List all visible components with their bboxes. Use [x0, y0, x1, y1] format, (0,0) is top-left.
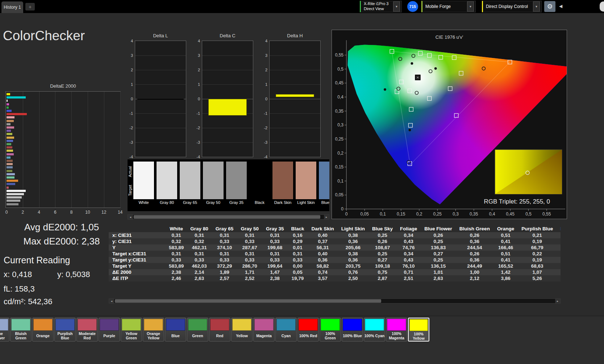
deltae-bar	[7, 137, 14, 139]
table-cell: 0,37	[308, 238, 338, 244]
patch-color-swatch	[78, 319, 97, 331]
scroll-right-icon[interactable]: ►	[555, 299, 560, 303]
y-axis-tick-label: 3	[198, 53, 200, 58]
swatch-label: White	[133, 200, 154, 205]
patch-button-100-magenta[interactable]: 100% Magenta	[386, 318, 407, 342]
patch-color-swatch	[409, 319, 428, 331]
gridline	[270, 142, 320, 143]
patch-color-swatch	[276, 319, 296, 331]
chart-delta-h: Delta H43210-1-2-3-4	[269, 41, 321, 157]
patch-button-orange[interactable]: Orange	[32, 318, 54, 342]
table-cell: 1,01	[421, 269, 456, 275]
table-cell: 1,70	[557, 275, 561, 281]
chevron-down-icon[interactable]: ▼	[467, 1, 474, 12]
patch-color-swatch	[188, 319, 207, 331]
deltae-bar	[7, 193, 24, 195]
cie-selected-center	[417, 77, 418, 78]
table-cell: 0,27	[421, 251, 456, 257]
x-axis-tick-label: 0,55	[542, 212, 551, 217]
cie-chart-title: CIE 1976 u'v'	[332, 34, 567, 40]
x-axis-tick-label: 0,15	[397, 212, 405, 217]
table-cell: 0,41	[493, 238, 518, 244]
scroll-left-icon[interactable]: ◄	[109, 299, 114, 303]
meter-status-badge[interactable]: 715	[407, 1, 418, 12]
y-axis-tick-label: 0,05	[335, 192, 344, 197]
patch-button-100-yellow[interactable]: 100% Yellow	[408, 318, 429, 342]
chevron-down-icon[interactable]: ▼	[393, 1, 400, 12]
table-cell: 0,31	[262, 232, 288, 238]
patch-button-blue[interactable]: Blue	[165, 318, 186, 342]
table-cell: 1,42	[493, 269, 518, 275]
gridline	[135, 84, 186, 85]
table-cell: 205,66	[338, 244, 368, 251]
y-axis-tick-label: -1	[129, 111, 133, 116]
current-reading-heading: Current Reading	[4, 255, 120, 265]
table-cell: 2,50	[338, 275, 368, 281]
patch-button-red[interactable]: Red	[209, 318, 230, 342]
patch-button-yellow-green[interactable]: Yellow Green	[121, 318, 142, 342]
x-axis-tick-label: 6	[54, 210, 57, 215]
scroll-left-icon[interactable]: ◄	[128, 215, 133, 219]
scrollbar-thumb[interactable]	[134, 215, 320, 219]
patch-button-moderate-red[interactable]: Moderate Red	[76, 318, 98, 342]
y-axis-tick-label: 0,4	[337, 95, 343, 100]
patch-button-100-blue[interactable]: 100% Blue	[342, 318, 363, 342]
patch-button-100-red[interactable]: 100% Red	[297, 318, 319, 342]
patch-button-yellow[interactable]: Yellow	[231, 318, 253, 342]
add-tab-button[interactable]: +	[25, 3, 35, 11]
meter-dropdown[interactable]: X-Rite i1Pro 3 Direct View ▼	[360, 1, 402, 12]
patch-button-magenta[interactable]: Magenta	[253, 318, 275, 342]
deltae-bar	[7, 190, 26, 192]
patch-button-orange-yellow[interactable]: Orange Yellow	[143, 318, 164, 342]
table-cell: 372,29	[212, 263, 237, 269]
patch-button-purple[interactable]: Purple	[99, 318, 120, 342]
table-cell: 0,00	[287, 263, 308, 269]
workflow-dropdown[interactable]: Direct Display Control ▼	[482, 1, 542, 12]
results-table-scrollbar[interactable]: ◄ ►	[109, 298, 561, 304]
patch-color-swatch	[166, 319, 185, 331]
table-cell: 0,33	[166, 257, 187, 263]
y-axis-tick-label: 1	[198, 82, 200, 87]
swatch-strip-scrollbar[interactable]: ◄ ►	[128, 214, 329, 219]
patch-comparison-strip: Actual Target WhiteGray 80Gray 65Gray 50…	[128, 159, 329, 211]
patch-button-bluish-green[interactable]: Bluish Green	[10, 318, 32, 342]
patch-button-blue-flower[interactable]: Blue Flower	[0, 318, 9, 342]
column-header: Black	[287, 225, 308, 232]
y-axis-tick-label: 0,3	[337, 122, 343, 127]
table-cell: 68,63	[518, 263, 557, 269]
column-header: White	[166, 225, 187, 232]
scrollbar-thumb[interactable]	[115, 299, 381, 303]
source-dropdown[interactable]: Mobile Forge ▼	[421, 1, 476, 12]
patch-button-green[interactable]: Green	[187, 318, 208, 342]
history-tab[interactable]: History 1	[1, 1, 23, 13]
scroll-right-icon[interactable]: ►	[324, 215, 329, 219]
settings-gear-button[interactable]: ⚙	[544, 1, 555, 12]
cie-measured-dot	[434, 67, 437, 70]
table-cell: 0,33	[237, 257, 262, 263]
patch-label: 100% Red	[298, 331, 318, 341]
chevron-down-icon[interactable]: ▼	[533, 1, 540, 12]
patch-button-purplish-blue[interactable]: Purplish Blue	[54, 318, 76, 342]
collapse-panel-icon[interactable]: ◀	[559, 4, 562, 9]
chart-title: Delta H	[270, 33, 320, 38]
swatch-label: Gray 50	[203, 200, 224, 205]
table-cell: 0,31	[187, 232, 212, 238]
table-cell: 2,38	[166, 269, 187, 275]
table-cell: 0,32	[187, 238, 212, 244]
table-cell: 583,89	[166, 263, 187, 269]
gridline	[120, 92, 121, 208]
table-cell: 0,46	[557, 232, 561, 238]
table-cell: 0,26	[421, 232, 456, 238]
deltae-bar	[7, 133, 12, 135]
side-panel-handle[interactable]	[600, 1, 604, 12]
gridline	[135, 142, 186, 143]
deltae-bar	[7, 96, 26, 99]
patch-button-100-green[interactable]: 100% Green	[320, 318, 341, 342]
table-cell: 2,52	[237, 275, 262, 281]
deltae-bar	[7, 183, 15, 185]
patch-button-cyan[interactable]: Cyan	[275, 318, 297, 342]
patch-button-100-cyan[interactable]: 100% Cyan	[364, 318, 385, 342]
table-cell: 0,31	[557, 238, 561, 244]
table-cell: 0,75	[368, 269, 396, 275]
table-cell: 2,38	[262, 275, 288, 281]
